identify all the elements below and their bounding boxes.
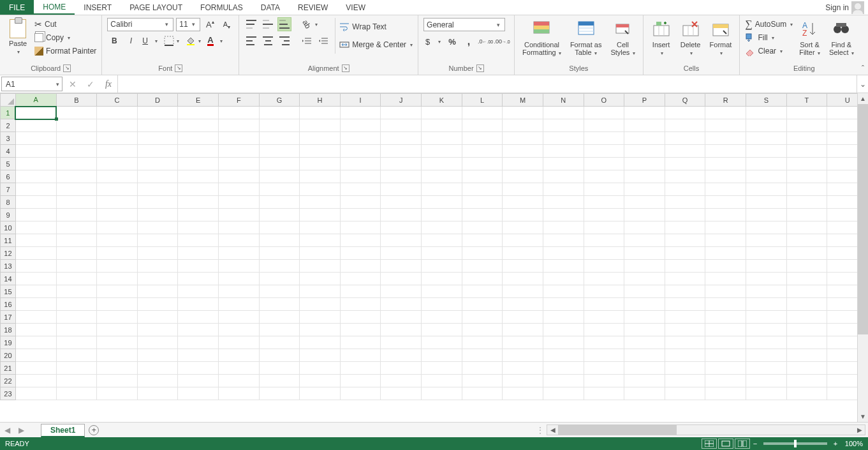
cell[interactable] [381,158,422,170]
cell[interactable] [56,119,97,132]
wrap-text-button[interactable]: Wrap Text [339,20,413,33]
column-header[interactable]: A [15,94,56,107]
cell[interactable] [624,247,665,260]
sort-filter-button[interactable]: AZ Sort & Filter ▾ [797,18,823,58]
cell[interactable] [219,349,260,362]
cell[interactable] [584,145,624,158]
cell[interactable] [178,158,219,170]
cell[interactable] [665,298,705,311]
cell[interactable] [665,349,705,362]
cell[interactable] [259,285,300,298]
cell[interactable] [381,107,422,119]
cell[interactable] [503,234,543,247]
row-header[interactable]: 23 [1,387,16,400]
cell[interactable] [503,285,543,298]
cell[interactable] [624,132,665,145]
cell[interactable] [56,285,97,298]
row-header[interactable]: 15 [1,285,16,298]
row-header[interactable]: 1 [1,107,16,119]
cell[interactable] [705,247,746,260]
cell[interactable] [300,145,341,158]
cell[interactable] [56,145,97,158]
cell[interactable] [624,349,665,362]
cell[interactable] [259,260,300,273]
cell[interactable] [786,170,827,183]
cell[interactable] [584,349,624,362]
cell[interactable] [137,285,178,298]
cell[interactable] [584,234,624,247]
tab-view[interactable]: VIEW [337,0,374,15]
cell[interactable] [462,170,503,183]
cell[interactable] [543,336,584,349]
cell[interactable] [300,183,341,196]
cell[interactable] [665,145,705,158]
cell[interactable] [422,349,462,362]
cell[interactable] [705,298,746,311]
sheet-nav-next[interactable]: ▶ [14,423,28,437]
cell[interactable] [705,324,746,336]
cell[interactable] [503,273,543,285]
cell[interactable] [665,119,705,132]
cell[interactable] [665,158,705,170]
cell[interactable] [219,107,260,119]
cell[interactable] [219,273,260,285]
cell[interactable] [15,221,56,234]
cell[interactable] [300,234,341,247]
cell[interactable] [259,196,300,209]
column-header[interactable]: J [381,94,422,107]
cell[interactable] [462,336,503,349]
cell[interactable] [422,132,462,145]
cell[interactable] [219,158,260,170]
cell[interactable] [97,298,138,311]
scroll-left-button[interactable]: ◀ [547,425,558,435]
cell[interactable] [178,324,219,336]
cell[interactable] [624,196,665,209]
cell[interactable] [786,336,827,349]
font-color-button[interactable]: A▾ [205,34,224,48]
cell[interactable] [422,387,462,400]
format-as-table-button[interactable]: Format as Table ▾ [568,18,605,58]
cell[interactable] [746,119,787,132]
cell[interactable] [584,132,624,145]
cell[interactable] [219,145,260,158]
cell[interactable] [259,145,300,158]
name-box[interactable]: A1 ▾ [1,77,63,91]
cell[interactable] [746,349,787,362]
cell[interactable] [422,247,462,260]
sheet-tab-sheet1[interactable]: Sheet1 [41,424,85,437]
cell[interactable] [665,107,705,119]
cell[interactable] [503,387,543,400]
cell[interactable] [462,183,503,196]
orientation-button[interactable]: ab▾ [300,17,320,31]
cell[interactable] [543,387,584,400]
cell[interactable] [422,158,462,170]
cell[interactable] [503,311,543,324]
cell[interactable] [97,234,138,247]
cell[interactable] [503,247,543,260]
cell[interactable] [786,311,827,324]
cell[interactable] [786,247,827,260]
cell[interactable] [15,183,56,196]
cell[interactable] [259,336,300,349]
cell[interactable] [137,387,178,400]
cell[interactable] [97,221,138,234]
cell[interactable] [665,387,705,400]
cell[interactable] [624,336,665,349]
cell[interactable] [786,349,827,362]
cell[interactable] [259,375,300,387]
cell[interactable] [786,145,827,158]
cell[interactable] [381,324,422,336]
cell[interactable] [786,375,827,387]
cell[interactable] [219,260,260,273]
row-header[interactable]: 17 [1,311,16,324]
cell[interactable] [178,221,219,234]
cell[interactable] [705,311,746,324]
cell[interactable] [300,209,341,221]
cell[interactable] [178,298,219,311]
cell[interactable] [137,196,178,209]
cell[interactable] [543,158,584,170]
cell[interactable] [381,221,422,234]
cell[interactable] [97,196,138,209]
cell[interactable] [503,183,543,196]
cell[interactable] [381,183,422,196]
